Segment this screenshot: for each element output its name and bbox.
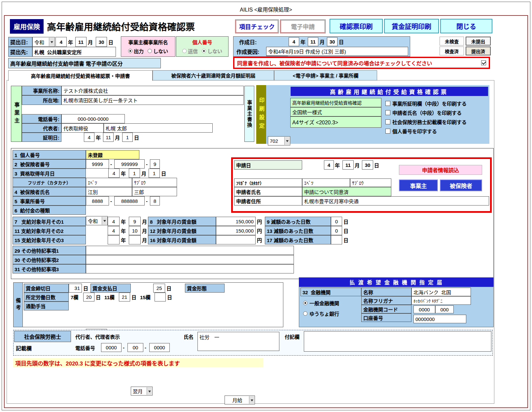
qualification-day-input[interactable]: 1 xyxy=(149,169,160,178)
bank-name-input[interactable]: 北海バンク 北国 xyxy=(411,288,471,296)
employer-rep-title-input[interactable]: 代表取締役 xyxy=(61,123,104,133)
office-number-b-input[interactable]: 888888 xyxy=(114,196,145,206)
status-checked-button[interactable]: 検査済 xyxy=(440,47,464,55)
applicant-year-input[interactable]: 4 xyxy=(324,160,334,170)
print-chk2-checkbox[interactable] xyxy=(385,110,390,115)
wage-payday-day-input[interactable]: 25 xyxy=(153,284,165,293)
employer-name-input[interactable]: テスト介護株式会社 xyxy=(61,86,244,95)
tab-confirmation-form[interactable]: 高年齢雇用継続給付受給資格確認票・申請書 xyxy=(8,70,153,81)
bank-code-b-input[interactable]: 000 xyxy=(435,305,454,313)
sr-tel-b-input[interactable]: 00 xyxy=(127,343,143,352)
radio-owner-output[interactable] xyxy=(128,49,132,53)
status-not-checked-button[interactable]: 未検査 xyxy=(440,37,464,46)
month1-days-input[interactable]: 0 xyxy=(331,217,342,226)
radio-owner-no[interactable] xyxy=(148,49,152,53)
radio-bank-general[interactable] xyxy=(303,301,307,305)
sr-note-input[interactable] xyxy=(304,331,491,352)
insured-kana-sei-input[interactable]: ｴﾍﾞﾂ xyxy=(86,178,132,187)
office-number-c-input[interactable]: 8 xyxy=(150,196,160,206)
employer-addr-input[interactable]: 札幌市清田区美しが丘一条テスト xyxy=(61,95,244,105)
print-chk3-checkbox[interactable] xyxy=(385,119,390,124)
workdays-col7-input[interactable]: 20 xyxy=(83,293,94,301)
wage-cutoff-day-input[interactable]: 31 xyxy=(69,284,82,293)
radio-mynumber-send[interactable] xyxy=(182,49,187,53)
sr-tel-c-input[interactable]: 0000 xyxy=(149,343,170,352)
submit-era-select[interactable]: 令和 xyxy=(32,37,55,47)
insured-number-c-input[interactable]: 9 xyxy=(150,159,160,169)
print-chk4-checkbox[interactable] xyxy=(385,129,390,134)
radio-bank-yucho[interactable] xyxy=(303,311,307,316)
insured-number-a-input[interactable]: 9999 xyxy=(86,159,109,169)
print-form-code-select[interactable]: 702 xyxy=(268,136,290,145)
bank-kana-input[interactable]: ﾎｯｶｲﾊﾞﾝｸ ｷﾀｸﾞﾆ xyxy=(411,296,471,305)
submit-dest-input[interactable]: 札幌 公共職業安定所 xyxy=(32,47,116,57)
month3-days-input[interactable] xyxy=(331,235,342,244)
tab-wage-certificate[interactable]: 被保険者六十歳到達時賃金月額証明届 xyxy=(153,70,274,80)
load-from-employer-button[interactable]: 事業主 xyxy=(399,179,438,191)
wage-type-select[interactable]: 月給 xyxy=(225,396,255,404)
qualification-era-select[interactable]: 令和 xyxy=(86,216,108,225)
print-wage-cert-button[interactable]: 賃金証明印刷 xyxy=(384,19,439,33)
print-chk2-row: 申請者氏名（中段）を印刷する xyxy=(385,109,462,116)
applicant-name-input[interactable]: 申請について同意済 xyxy=(302,187,391,196)
employer-rep-name-input[interactable]: 札幌 太郎 xyxy=(104,123,213,133)
month3-month-input[interactable] xyxy=(129,235,141,244)
employer-cert-year-input[interactable]: 4 xyxy=(84,133,94,142)
insured-name-sei-input[interactable]: 江別 xyxy=(86,187,132,196)
workdays-col15-input[interactable] xyxy=(155,293,166,301)
status-not-submitted-button[interactable]: 未提出 xyxy=(466,37,491,46)
applicant-kana-mei-input[interactable]: ｻﾌﾞﾛｳ xyxy=(350,178,391,187)
sr-tel-a-input[interactable]: 0000 xyxy=(101,343,122,352)
created-month-input[interactable]: 11 xyxy=(308,37,318,46)
insured-number-b-input[interactable]: 999999 xyxy=(114,159,145,169)
load-from-insured-button[interactable]: 被保険者 xyxy=(440,179,482,191)
note3-input[interactable] xyxy=(86,264,294,273)
month2-days-input[interactable]: 0 xyxy=(331,226,342,235)
insured-kana-mei-input[interactable]: ｻﾌﾞﾛｳ xyxy=(132,178,177,187)
note2-input[interactable] xyxy=(86,255,294,264)
month1-month-input[interactable]: 9 xyxy=(129,217,141,226)
created-year-input[interactable]: 4 xyxy=(289,37,299,46)
print-chk1-checkbox[interactable] xyxy=(385,101,390,106)
close-button[interactable]: 閉じる xyxy=(440,19,492,33)
insured-name-mei-input[interactable]: 三郎 xyxy=(132,187,177,196)
created-reason-input[interactable]: 令和4年8月19日 作成分 (江別 三郎) xyxy=(266,47,408,56)
created-day-input[interactable]: 30 xyxy=(327,37,337,46)
applicant-month-input[interactable]: 11 xyxy=(342,160,354,170)
e-apply-button[interactable]: 電子申請 xyxy=(280,19,326,33)
radio-mynumber-no[interactable] xyxy=(202,49,206,53)
consent-checkbox[interactable] xyxy=(481,60,486,65)
submit-year-input[interactable]: 4 xyxy=(55,37,67,47)
day-unit: 日 xyxy=(134,133,139,142)
qualification-month-input[interactable]: 1 xyxy=(129,169,140,178)
applicant-day-input[interactable]: 30 xyxy=(362,160,373,170)
note1-input[interactable] xyxy=(86,246,294,255)
month2-year-input[interactable]: 4 xyxy=(108,226,120,235)
employer-rewrite-button[interactable]: 事業主書換 xyxy=(244,86,254,142)
submit-month-input[interactable]: 11 xyxy=(75,37,87,47)
workdays-col11-input[interactable]: 21 xyxy=(119,293,130,301)
qualification-year-input[interactable]: 4 xyxy=(108,169,120,178)
employer-cert-month-input[interactable]: 11 xyxy=(103,133,114,142)
wage-payday-when-select[interactable]: 翌月 xyxy=(131,387,153,396)
employer-cert-day-input[interactable]: 1 xyxy=(122,133,133,142)
status-submitted-button[interactable]: 提出済 xyxy=(466,47,491,55)
employer-tel-input[interactable]: 000-000-0000 xyxy=(61,114,125,123)
sr-name-input[interactable]: 社労 一 xyxy=(197,332,279,351)
bank-code-a-input[interactable]: 0000 xyxy=(413,305,435,313)
bank-account-input[interactable]: 0000000 xyxy=(413,315,466,323)
applicant-addr-input[interactable]: 札幌市豊平区月寒中央通 xyxy=(302,196,489,206)
month3-year-input[interactable] xyxy=(108,235,120,244)
office-number-a-input[interactable]: 8888 xyxy=(86,196,109,206)
month2-wage-input[interactable]: 150,000 xyxy=(216,226,256,235)
tab-eapply-employer[interactable]: <電子申請> 事業主 / 事業所欄 xyxy=(274,70,377,80)
print-confirmation-button[interactable]: 確認票印刷 xyxy=(330,19,383,33)
month2-month-input[interactable]: 10 xyxy=(129,226,141,235)
item-check-button[interactable]: 項目チェック xyxy=(235,19,279,33)
applicant-kana-sei-input[interactable]: ｴﾍﾞﾂ xyxy=(302,178,350,187)
mynumber-value[interactable]: 未登録 xyxy=(86,150,139,159)
month1-wage-input[interactable]: 150,000 xyxy=(216,217,256,226)
month1-year-input[interactable]: 4 xyxy=(108,217,120,226)
submit-day-input[interactable]: 30 xyxy=(96,37,107,47)
month3-wage-input[interactable] xyxy=(216,235,256,244)
